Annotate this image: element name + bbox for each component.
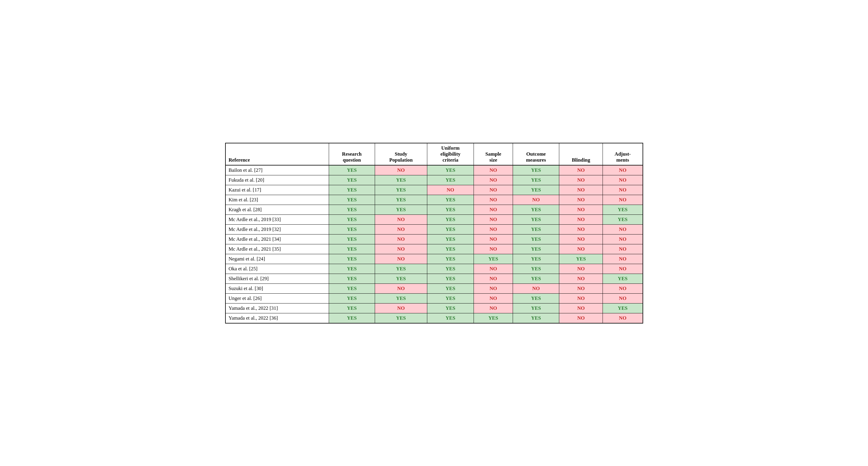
- cell-outcome-measures: YES: [513, 165, 559, 175]
- table-row: Kim et al. [23]YESYESYESNONONONO: [225, 195, 643, 205]
- cell-blinding: NO: [559, 273, 603, 284]
- cell-uniform-eligibility: YES: [427, 244, 474, 254]
- cell-research-question: YES: [329, 293, 375, 303]
- cell-sample-size: NO: [473, 234, 513, 244]
- cell-study-population: YES: [375, 205, 427, 214]
- cell-research-question: YES: [329, 303, 375, 313]
- cell-adjustments: NO: [603, 185, 643, 195]
- table-row: Mc Ardle et al., 2019 [32]YESNOYESNOYESN…: [225, 224, 643, 234]
- header-reference: Reference: [225, 143, 329, 165]
- cell-blinding: NO: [559, 165, 603, 175]
- cell-sample-size: NO: [473, 175, 513, 185]
- cell-reference: Yamada et al., 2022 [36]: [225, 313, 329, 323]
- cell-study-population: YES: [375, 273, 427, 284]
- cell-uniform-eligibility: YES: [427, 264, 474, 273]
- cell-blinding: NO: [559, 284, 603, 293]
- cell-study-population: NO: [375, 284, 427, 293]
- cell-research-question: YES: [329, 224, 375, 234]
- cell-uniform-eligibility: YES: [427, 195, 474, 205]
- cell-study-population: YES: [375, 313, 427, 323]
- cell-adjustments: NO: [603, 244, 643, 254]
- cell-uniform-eligibility: YES: [427, 175, 474, 185]
- cell-study-population: NO: [375, 244, 427, 254]
- cell-sample-size: YES: [473, 254, 513, 264]
- cell-uniform-eligibility: YES: [427, 224, 474, 234]
- cell-study-population: NO: [375, 214, 427, 224]
- cell-study-population: YES: [375, 264, 427, 273]
- cell-reference: Kragh et al. [28]: [225, 205, 329, 214]
- cell-blinding: NO: [559, 205, 603, 214]
- table-row: Suzuki et al. [30]YESNOYESNONONONO: [225, 284, 643, 293]
- cell-adjustments: YES: [603, 303, 643, 313]
- cell-reference: Shellikeri et al. [29]: [225, 273, 329, 284]
- cell-blinding: NO: [559, 244, 603, 254]
- cell-sample-size: NO: [473, 195, 513, 205]
- cell-adjustments: NO: [603, 254, 643, 264]
- cell-reference: Kim et al. [23]: [225, 195, 329, 205]
- cell-reference: Unger et al. [26]: [225, 293, 329, 303]
- cell-blinding: YES: [559, 254, 603, 264]
- cell-outcome-measures: YES: [513, 273, 559, 284]
- cell-research-question: YES: [329, 214, 375, 224]
- cell-adjustments: NO: [603, 195, 643, 205]
- cell-adjustments: NO: [603, 284, 643, 293]
- cell-sample-size: NO: [473, 293, 513, 303]
- cell-research-question: YES: [329, 234, 375, 244]
- cell-uniform-eligibility: YES: [427, 205, 474, 214]
- cell-uniform-eligibility: NO: [427, 185, 474, 195]
- cell-blinding: NO: [559, 195, 603, 205]
- cell-outcome-measures: YES: [513, 303, 559, 313]
- cell-outcome-measures: YES: [513, 293, 559, 303]
- table-row: Negami et al. [24]YESNOYESYESYESYESNO: [225, 254, 643, 264]
- cell-adjustments: YES: [603, 214, 643, 224]
- cell-uniform-eligibility: YES: [427, 284, 474, 293]
- cell-outcome-measures: NO: [513, 195, 559, 205]
- table-row: Unger et al. [26]YESYESYESNOYESNONO: [225, 293, 643, 303]
- cell-research-question: YES: [329, 175, 375, 185]
- cell-adjustments: NO: [603, 293, 643, 303]
- cell-blinding: NO: [559, 264, 603, 273]
- cell-reference: Oka et al. [25]: [225, 264, 329, 273]
- cell-reference: Fukuda et al. [20]: [225, 175, 329, 185]
- cell-study-population: YES: [375, 175, 427, 185]
- cell-outcome-measures: YES: [513, 264, 559, 273]
- cell-reference: Negami et al. [24]: [225, 254, 329, 264]
- cell-research-question: YES: [329, 254, 375, 264]
- cell-blinding: NO: [559, 185, 603, 195]
- cell-reference: Kazui et al. [17]: [225, 185, 329, 195]
- header-outcome-measures: Outcomemeasures: [513, 143, 559, 165]
- cell-blinding: NO: [559, 214, 603, 224]
- cell-research-question: YES: [329, 264, 375, 273]
- cell-study-population: NO: [375, 303, 427, 313]
- table-row: Yamada et al., 2022 [31]YESNOYESNOYESNOY…: [225, 303, 643, 313]
- cell-outcome-measures: YES: [513, 234, 559, 244]
- cell-sample-size: NO: [473, 284, 513, 293]
- cell-study-population: YES: [375, 195, 427, 205]
- table-row: Kazui et al. [17]YESYESNONOYESNONO: [225, 185, 643, 195]
- cell-outcome-measures: YES: [513, 214, 559, 224]
- cell-research-question: YES: [329, 284, 375, 293]
- table-row: Mc Ardle et al., 2021 [35]YESNOYESNOYESN…: [225, 244, 643, 254]
- cell-outcome-measures: YES: [513, 185, 559, 195]
- cell-adjustments: YES: [603, 273, 643, 284]
- cell-sample-size: NO: [473, 185, 513, 195]
- cell-uniform-eligibility: YES: [427, 214, 474, 224]
- cell-outcome-measures: YES: [513, 175, 559, 185]
- cell-reference: Mc Ardle et al., 2021 [34]: [225, 234, 329, 244]
- cell-reference: Yamada et al., 2022 [31]: [225, 303, 329, 313]
- cell-outcome-measures: YES: [513, 205, 559, 214]
- cell-research-question: YES: [329, 205, 375, 214]
- header-sample-size: Samplesize: [473, 143, 513, 165]
- cell-uniform-eligibility: YES: [427, 254, 474, 264]
- cell-adjustments: NO: [603, 175, 643, 185]
- cell-adjustments: NO: [603, 313, 643, 323]
- cell-research-question: YES: [329, 185, 375, 195]
- cell-study-population: YES: [375, 185, 427, 195]
- cell-sample-size: YES: [473, 313, 513, 323]
- table-row: Oka et al. [25]YESYESYESNOYESNONO: [225, 264, 643, 273]
- cell-blinding: NO: [559, 303, 603, 313]
- cell-uniform-eligibility: YES: [427, 273, 474, 284]
- cell-research-question: YES: [329, 244, 375, 254]
- cell-reference: Bailon et al. [27]: [225, 165, 329, 175]
- cell-sample-size: NO: [473, 273, 513, 284]
